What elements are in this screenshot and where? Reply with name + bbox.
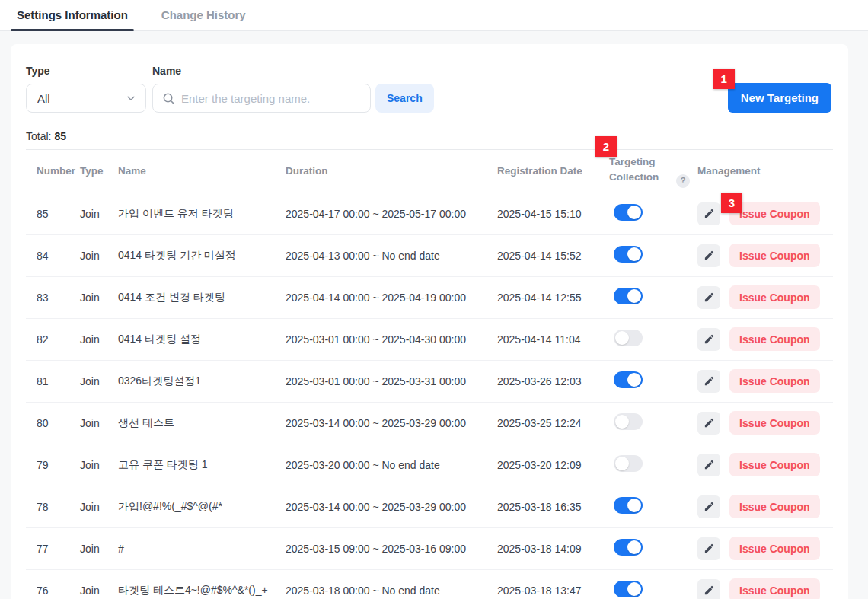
toggle-knob bbox=[615, 415, 629, 429]
cell-duration: 2025-03-15 09:00 ~ 2025-03-16 09:00 bbox=[286, 543, 497, 555]
edit-button[interactable] bbox=[697, 202, 720, 225]
tab-settings-information[interactable]: Settings Information bbox=[15, 8, 129, 30]
cell-number: 76 bbox=[26, 585, 80, 597]
cell-registration-date: 2025-04-15 15:10 bbox=[497, 208, 609, 220]
header-duration: Duration bbox=[286, 165, 497, 177]
callout-badge-2: 2 bbox=[595, 136, 617, 157]
pencil-icon bbox=[704, 292, 715, 303]
edit-button[interactable] bbox=[697, 537, 720, 560]
cell-management: Issue Coupon bbox=[697, 495, 833, 518]
cell-number: 82 bbox=[26, 333, 80, 346]
edit-button[interactable] bbox=[697, 370, 720, 393]
help-icon[interactable]: ? bbox=[676, 174, 690, 188]
cell-number: 79 bbox=[26, 459, 80, 471]
targeting-collection-toggle[interactable] bbox=[614, 204, 643, 221]
cell-duration: 2025-03-01 00:00 ~ 2025-03-31 00:00 bbox=[286, 375, 497, 387]
cell-name: 0414 타겟팅 설정 bbox=[118, 333, 286, 346]
cell-type: Join bbox=[80, 292, 118, 304]
table-row: 80 Join 생선 테스트 2025-03-14 00:00 ~ 2025-0… bbox=[26, 403, 833, 444]
search-button[interactable]: Search bbox=[375, 84, 434, 113]
cell-name: 가입!@#!%(_#$^@(#* bbox=[118, 500, 286, 514]
header-targeting-collection-label: Targeting Collection bbox=[609, 155, 676, 184]
type-select-value: All bbox=[37, 92, 50, 105]
targeting-collection-toggle[interactable] bbox=[614, 288, 643, 304]
cell-registration-date: 2025-03-26 12:03 bbox=[497, 375, 609, 387]
toggle-knob bbox=[627, 499, 641, 512]
table-row: 79 Join 고유 쿠폰 타겟팅 1 2025-03-20 00:00 ~ N… bbox=[26, 444, 833, 486]
cell-number: 85 bbox=[26, 208, 80, 220]
cell-type: Join bbox=[80, 208, 118, 220]
table-row: 85 Join 가입 이벤트 유저 타겟팅 2025-04-17 00:00 ~… bbox=[26, 193, 833, 235]
new-targeting-wrap: 1 New Targeting bbox=[728, 83, 831, 113]
cell-management: Issue Coupon bbox=[697, 411, 833, 435]
issue-coupon-button[interactable]: Issue Coupon bbox=[729, 327, 820, 351]
edit-button[interactable] bbox=[697, 454, 720, 476]
settings-card: Type All Name bbox=[11, 44, 848, 599]
edit-button[interactable] bbox=[697, 286, 720, 309]
targeting-name-input-wrap bbox=[152, 84, 371, 113]
targeting-collection-toggle[interactable] bbox=[614, 246, 643, 263]
targeting-collection-toggle[interactable] bbox=[614, 371, 643, 388]
pencil-icon bbox=[704, 543, 715, 554]
tab-bar: Settings Information Change History bbox=[0, 0, 868, 31]
name-field-group: Name Search bbox=[152, 65, 434, 113]
issue-coupon-button[interactable]: Issue Coupon bbox=[729, 537, 820, 560]
cell-duration: 2025-03-01 00:00 ~ 2025-04-30 00:00 bbox=[286, 333, 497, 346]
type-label: Type bbox=[26, 65, 146, 77]
targeting-collection-toggle[interactable] bbox=[614, 455, 643, 472]
pencil-icon bbox=[704, 375, 715, 387]
targeting-collection-toggle[interactable] bbox=[614, 330, 643, 346]
targeting-collection-toggle[interactable] bbox=[614, 413, 643, 430]
table-row: 82 Join 0414 타겟팅 설정 2025-03-01 00:00 ~ 2… bbox=[26, 319, 833, 361]
new-targeting-button[interactable]: New Targeting bbox=[728, 83, 831, 113]
cell-duration: 2025-04-13 00:00 ~ No end date bbox=[286, 250, 497, 262]
table-row: 84 Join 0414 타겟팅 기간 미설정 2025-04-13 00:00… bbox=[26, 235, 833, 277]
toggle-knob bbox=[615, 331, 629, 345]
name-label: Name bbox=[152, 65, 434, 77]
table-row: 76 Join 타겟팅 테스트4~!@#$%^&*()_+ 2025-03-18… bbox=[26, 570, 833, 599]
table-body: 85 Join 가입 이벤트 유저 타겟팅 2025-04-17 00:00 ~… bbox=[26, 193, 833, 599]
cell-targeting-collection bbox=[609, 371, 697, 390]
targeting-collection-toggle[interactable] bbox=[614, 539, 643, 556]
issue-coupon-button[interactable]: Issue Coupon bbox=[729, 202, 820, 225]
cell-duration: 2025-04-17 00:00 ~ 2025-05-17 00:00 bbox=[286, 208, 497, 220]
cell-targeting-collection bbox=[609, 497, 697, 516]
edit-button[interactable] bbox=[697, 412, 720, 435]
edit-button[interactable] bbox=[697, 495, 720, 518]
total-label: Total: bbox=[26, 130, 51, 142]
toggle-knob bbox=[627, 247, 641, 261]
targeting-name-input[interactable] bbox=[181, 92, 361, 105]
search-icon bbox=[162, 92, 175, 105]
edit-button[interactable] bbox=[697, 328, 720, 351]
issue-coupon-button[interactable]: Issue Coupon bbox=[729, 369, 820, 393]
edit-button[interactable] bbox=[697, 579, 720, 599]
toggle-knob bbox=[627, 206, 641, 219]
type-select[interactable]: All bbox=[26, 84, 146, 113]
edit-button[interactable] bbox=[697, 244, 720, 267]
cell-registration-date: 2025-03-18 13:47 bbox=[497, 585, 609, 597]
issue-coupon-button[interactable]: Issue Coupon bbox=[729, 411, 820, 435]
cell-targeting-collection bbox=[609, 246, 697, 265]
cell-number: 84 bbox=[26, 250, 80, 262]
cell-management: Issue Coupon bbox=[697, 537, 833, 560]
cell-duration: 2025-03-20 00:00 ~ No end date bbox=[286, 459, 497, 471]
cell-targeting-collection bbox=[609, 455, 697, 474]
targeting-collection-toggle[interactable] bbox=[614, 581, 643, 597]
issue-coupon-button[interactable]: Issue Coupon bbox=[729, 285, 820, 309]
cell-name: 생선 테스트 bbox=[118, 416, 286, 430]
issue-coupon-button[interactable]: Issue Coupon bbox=[729, 495, 820, 518]
cell-number: 80 bbox=[26, 417, 80, 429]
cell-type: Join bbox=[80, 417, 118, 429]
cell-registration-date: 2025-04-14 11:04 bbox=[497, 333, 609, 346]
header-targeting-collection: 2 Targeting Collection? bbox=[609, 150, 697, 193]
cell-management: Issue Coupon bbox=[697, 285, 833, 309]
targeting-collection-toggle[interactable] bbox=[614, 497, 643, 514]
cell-name: 0326타겟팅설정1 bbox=[118, 374, 286, 388]
tab-change-history[interactable]: Change History bbox=[160, 8, 247, 30]
filter-row: Type All Name bbox=[26, 65, 833, 113]
cell-management: Issue Coupon bbox=[697, 244, 833, 267]
issue-coupon-button[interactable]: Issue Coupon bbox=[729, 244, 820, 267]
issue-coupon-button[interactable]: Issue Coupon bbox=[729, 453, 820, 476]
table-row: 83 Join 0414 조건 변경 타겟팅 2025-04-14 00:00 … bbox=[26, 277, 833, 319]
issue-coupon-button[interactable]: Issue Coupon bbox=[729, 578, 820, 599]
